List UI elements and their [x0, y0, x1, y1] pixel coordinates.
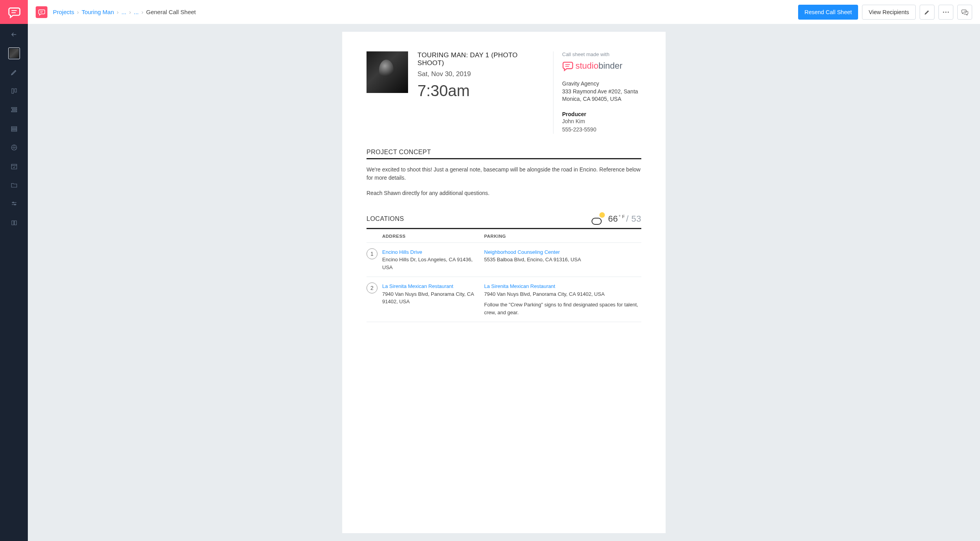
app-root: Projects › Touring Man › ... › ... › Gen…: [0, 0, 980, 541]
agency-address: 333 Raymond Ave #202, Santa Monica, CA 9…: [562, 88, 641, 103]
location-address-full: 7940 Van Nuys Blvd, Panorama City, CA 91…: [382, 290, 476, 306]
call-time: 7:30am: [417, 82, 537, 100]
location-parking-full: 5535 Balboa Blvd, Encino, CA 91316, USA: [484, 256, 641, 264]
location-address-link[interactable]: La Sirenita Mexican Restaurant: [382, 282, 476, 290]
location-address-link[interactable]: Encino Hills Drive: [382, 248, 476, 256]
svg-point-20: [946, 11, 947, 13]
project-image: [367, 51, 408, 93]
location-row: 1Encino Hills DriveEncino Hills Dr, Los …: [367, 243, 641, 277]
sidebar-lists[interactable]: [8, 123, 20, 135]
breadcrumb-projects[interactable]: Projects: [53, 9, 74, 15]
breadcrumb-current: General Call Sheet: [146, 9, 196, 15]
view-recipients-button[interactable]: View Recipients: [862, 5, 916, 20]
location-row: 2La Sirenita Mexican Restaurant7940 Van …: [367, 277, 641, 322]
chevron-right-icon: ›: [77, 9, 79, 15]
svg-rect-3: [15, 89, 16, 92]
made-with-label: Call sheet made with: [562, 51, 641, 57]
svg-rect-7: [11, 127, 17, 128]
chevron-right-icon: ›: [129, 9, 131, 15]
location-parking-note: Follow the "Crew Parking" signs to find …: [484, 301, 641, 316]
weather-icon: [592, 212, 605, 226]
svg-point-21: [948, 11, 949, 13]
producer-label: Producer: [562, 111, 641, 117]
edit-button[interactable]: [920, 5, 935, 20]
pencil-icon: [11, 69, 18, 76]
sidebar-boards[interactable]: [8, 85, 20, 97]
more-horizontal-icon: [943, 11, 949, 13]
main-area: Projects › Touring Man › ... › ... › Gen…: [28, 0, 980, 541]
locations-thead: ADDRESS PARKING: [367, 229, 641, 243]
breadcrumb: Projects › Touring Man › ... › ... › Gen…: [53, 9, 196, 15]
location-number: 1: [367, 248, 382, 271]
breadcrumb-project-name[interactable]: Touring Man: [82, 9, 114, 15]
svg-rect-4: [11, 107, 17, 108]
th-address: ADDRESS: [367, 234, 484, 239]
sidebar-back[interactable]: [8, 29, 20, 40]
svg-rect-9: [11, 130, 17, 131]
topbar-logo[interactable]: [36, 6, 47, 18]
sidebar-settings[interactable]: [8, 198, 20, 210]
sidebar-breakdown[interactable]: [8, 104, 20, 116]
more-options-button[interactable]: [938, 5, 953, 20]
svg-rect-2: [12, 89, 14, 93]
header-left: TOURING MAN: DAY 1 (PHOTO SHOOT) Sat, No…: [367, 51, 537, 134]
studiobinder-brand: studiobinder: [562, 60, 641, 71]
sidebar-project-thumb[interactable]: [8, 47, 20, 59]
left-sidebar: [0, 0, 28, 541]
header-info: TOURING MAN: DAY 1 (PHOTO SHOOT) Sat, No…: [417, 51, 537, 134]
svg-point-19: [943, 11, 944, 13]
section-title-text: LOCATIONS: [367, 215, 404, 222]
sidebar-calendar[interactable]: [8, 160, 20, 172]
location-parking-full: 7940 Van Nuys Blvd, Panorama City, CA 91…: [484, 290, 641, 298]
producer-info: John Kim 555-223-5590: [562, 117, 641, 134]
sliders-icon: [11, 200, 18, 208]
locations-header: LOCATIONS 66° F/ 53: [367, 212, 641, 229]
arrow-left-icon: [11, 31, 18, 38]
agency-info: Gravity Agency 333 Raymond Ave #202, San…: [562, 80, 641, 103]
folder-icon: [11, 182, 18, 189]
chat-bubble-icon: [38, 9, 45, 16]
call-sheet: TOURING MAN: DAY 1 (PHOTO SHOOT) Sat, No…: [342, 32, 666, 533]
sidebar-edit[interactable]: [8, 66, 20, 78]
location-address: La Sirenita Mexican Restaurant7940 Van N…: [382, 282, 484, 316]
topbar-actions: Resend Call Sheet View Recipients: [798, 5, 972, 20]
studiobinder-icon: [562, 60, 573, 71]
project-thumbnail-icon: [9, 49, 19, 58]
producer-phone: 555-223-5590: [562, 126, 641, 134]
sidebar-files[interactable]: [8, 179, 20, 191]
brand-logo[interactable]: [0, 0, 28, 24]
project-title: TOURING MAN: DAY 1 (PHOTO SHOOT): [417, 51, 537, 67]
project-date: Sat, Nov 30, 2019: [417, 70, 537, 78]
locations-section: LOCATIONS 66° F/ 53 ADDRESS PARKING 1Enc…: [367, 212, 641, 322]
weather-temp: 66° F/ 53: [608, 214, 641, 224]
pencil-icon: [924, 9, 930, 15]
location-parking-link[interactable]: Neighborhood Counseling Center: [484, 248, 641, 256]
breakdown-icon: [11, 106, 18, 113]
breadcrumb-ellipsis[interactable]: ...: [134, 9, 139, 15]
location-parking-link[interactable]: La Sirenita Mexican Restaurant: [484, 282, 641, 290]
header-right: Call sheet made with studiobinder Gravit…: [553, 51, 641, 134]
location-address-full: Encino Hills Dr, Los Angeles, CA 91436, …: [382, 256, 476, 271]
project-concept-section: PROJECT CONCEPT We're excited to shoot t…: [367, 149, 641, 197]
locations-rows: 1Encino Hills DriveEncino Hills Dr, Los …: [367, 243, 641, 322]
location-address: Encino Hills DriveEncino Hills Dr, Los A…: [382, 248, 484, 271]
location-parking: Neighborhood Counseling Center5535 Balbo…: [484, 248, 641, 271]
concept-line: We're excited to shoot this! Just a gene…: [367, 166, 641, 182]
sidebar-docs[interactable]: [8, 217, 20, 229]
resend-call-sheet-button[interactable]: Resend Call Sheet: [798, 5, 858, 20]
svg-rect-5: [12, 109, 16, 110]
content-scroll[interactable]: TOURING MAN: DAY 1 (PHOTO SHOOT) Sat, No…: [28, 24, 980, 541]
svg-rect-6: [11, 111, 17, 112]
chat-bubble-icon: [8, 6, 20, 18]
studiobinder-text: studiobinder: [575, 61, 622, 71]
svg-rect-11: [11, 164, 17, 169]
topbar: Projects › Touring Man › ... › ... › Gen…: [28, 0, 980, 24]
agency-name: Gravity Agency: [562, 80, 641, 88]
chevron-right-icon: ›: [117, 9, 119, 15]
sidebar-shotlist[interactable]: [8, 142, 20, 153]
location-parking: La Sirenita Mexican Restaurant7940 Van N…: [484, 282, 641, 316]
book-icon: [11, 219, 18, 226]
breadcrumb-ellipsis[interactable]: ...: [122, 9, 127, 15]
comments-button[interactable]: [957, 5, 972, 20]
section-title: PROJECT CONCEPT: [367, 149, 641, 159]
